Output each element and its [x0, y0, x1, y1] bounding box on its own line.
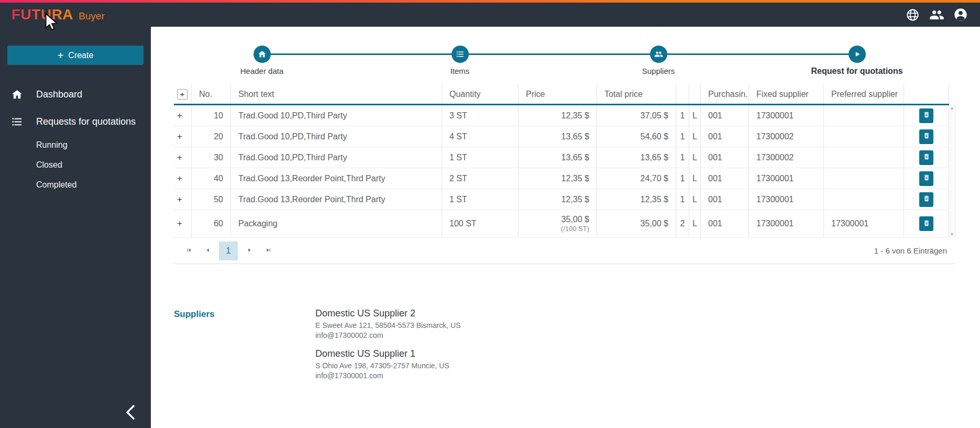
expand-row-button[interactable]: +	[177, 218, 182, 229]
supplier-name: Domestic US Supplier 1	[315, 348, 461, 359]
create-button-label: Create	[68, 51, 93, 60]
expand-row-button[interactable]: +	[177, 131, 182, 142]
first-page-icon	[185, 247, 192, 255]
cell-price: 12,35 $	[519, 168, 597, 189]
topbar: FUTURA Buyer	[0, 3, 980, 27]
cell-blank-1: 1	[676, 168, 689, 189]
cell-blank-2: L	[689, 189, 701, 210]
cell-short-text: Packaging	[231, 210, 442, 237]
sidebar-item-label: Dashboard	[36, 89, 82, 100]
sidebar-subitem-completed[interactable]: Completed	[0, 175, 151, 195]
delete-row-button[interactable]	[919, 150, 933, 165]
table-scrollbar[interactable]: ▲ ▼	[949, 105, 955, 238]
previous-page-button[interactable]	[200, 244, 215, 258]
home-icon	[254, 46, 271, 63]
expand-row-button[interactable]: +	[177, 194, 182, 205]
expand-row-button[interactable]: +	[177, 173, 182, 184]
table-row: + 10 Trad.Good 10,PD,Third Party 3 ST 12…	[174, 105, 949, 126]
delete-row-button[interactable]	[919, 216, 933, 231]
sidebar: + Create Dashboard Requests for quotatio…	[0, 27, 151, 428]
expand-row-button[interactable]: +	[177, 152, 182, 163]
play-icon	[849, 46, 866, 63]
cell-total-price: 13,65 $	[597, 147, 676, 168]
cell-quantity: 1 ST	[442, 147, 519, 168]
next-page-icon	[246, 247, 253, 255]
group-users-icon[interactable]	[929, 7, 944, 23]
supplier-name: Domestic US Supplier 2	[315, 308, 461, 319]
cell-fixed-supplier: 17300001	[749, 189, 824, 210]
language-globe-icon[interactable]	[905, 7, 920, 23]
sidebar-collapse-button[interactable]	[124, 403, 137, 423]
supplier-address: E Sweet Ave 121, 58504-5573 Bismarck, US	[315, 321, 461, 330]
supplier-address: S Ohio Ave 198, 47305-2757 Muncie, US	[315, 361, 461, 370]
last-page-button[interactable]	[261, 244, 276, 258]
sidebar-item-dashboard[interactable]: Dashboard	[0, 81, 151, 108]
first-page-button[interactable]	[181, 244, 196, 258]
trash-icon	[923, 195, 930, 204]
cell-no: 30	[192, 147, 231, 168]
step-request-for-quotations[interactable]: Request for quotations	[794, 46, 920, 76]
cell-preferred-supplier	[824, 168, 904, 189]
table-row: + 20 Trad.Good 10,PD,Third Party 4 ST 13…	[174, 126, 949, 147]
cell-price: 35,00 $ (/100 ST)	[561, 214, 589, 233]
table-row: + 40 Trad.Good 13,Reorder Point,Thrd Par…	[174, 168, 949, 189]
cell-blank-2: L	[689, 126, 701, 147]
cell-purchasing: 001	[701, 189, 749, 210]
cell-total-price: 37,05 $	[597, 105, 676, 126]
cell-total-price: 24,70 $	[597, 168, 676, 189]
cell-purchasing: 001	[701, 168, 749, 189]
cell-fixed-supplier: 17300001	[749, 210, 824, 237]
step-items[interactable]: Items	[397, 46, 523, 75]
step-label: Request for quotations	[811, 67, 902, 76]
expand-row-button[interactable]: +	[177, 111, 182, 121]
cell-quantity: 4 ST	[442, 126, 519, 147]
trash-icon	[923, 153, 930, 162]
expand-all-button[interactable]: +	[177, 89, 188, 100]
delete-row-button[interactable]	[919, 108, 933, 123]
price-value: 35,00 $	[561, 214, 589, 225]
sidebar-subitem-running[interactable]: Running	[0, 135, 151, 155]
next-page-button[interactable]	[242, 244, 257, 258]
brand-name: FUTURA	[12, 6, 73, 23]
cell-fixed-supplier: 17300001	[749, 168, 824, 189]
supplier-email: info@17300002.com	[315, 331, 461, 339]
cell-price: 12,35 $	[519, 105, 597, 126]
suppliers-section: Suppliers Domestic US Supplier 2 E Sweet…	[174, 308, 461, 381]
cell-purchasing: 001	[701, 147, 749, 168]
items-table: + No. Short text Quantity Price Total pr…	[174, 84, 955, 264]
delete-row-button[interactable]	[919, 171, 933, 186]
cell-no: 60	[192, 210, 231, 237]
cell-total-price: 35,00 $	[597, 210, 676, 237]
cell-blank-2: L	[689, 210, 701, 237]
cell-price: 13,65 $	[519, 126, 597, 147]
cell-blank-1: 1	[676, 189, 689, 210]
cell-blank-1: 1	[676, 147, 689, 168]
step-suppliers[interactable]: Suppliers	[596, 46, 721, 75]
create-button[interactable]: + Create	[7, 46, 144, 65]
trash-icon	[923, 220, 930, 228]
delete-row-button[interactable]	[919, 192, 933, 207]
column-header-quantity: Quantity	[442, 84, 519, 104]
supplier-email: info@17300001.com	[315, 371, 461, 380]
cell-total-price: 54,60 $	[597, 126, 676, 147]
cell-quantity: 1 ST	[442, 189, 519, 210]
sidebar-item-label: Requests for quotations	[36, 116, 136, 127]
column-header-fixed-supplier: Fixed supplier	[749, 84, 824, 104]
cell-blank-1: 1	[676, 105, 689, 126]
cell-short-text: Trad.Good 10,PD,Third Party	[231, 147, 442, 168]
column-header-purchasing: Purchasin...	[701, 84, 749, 104]
cell-quantity: 100 ST	[442, 210, 519, 237]
table-row: + 30 Trad.Good 10,PD,Third Party 1 ST 13…	[174, 147, 949, 168]
home-icon	[10, 88, 23, 101]
scroll-up-icon[interactable]: ▲	[950, 106, 954, 111]
account-icon[interactable]	[953, 7, 968, 23]
step-header-data[interactable]: Header data	[199, 46, 325, 75]
current-page-button[interactable]: 1	[219, 242, 238, 260]
sidebar-item-requests-for-quotations[interactable]: Requests for quotations	[0, 108, 151, 135]
cell-preferred-supplier	[824, 189, 904, 210]
plus-icon: +	[58, 50, 64, 61]
delete-row-button[interactable]	[919, 129, 933, 144]
scroll-down-icon[interactable]: ▼	[950, 233, 954, 237]
cell-preferred-supplier	[824, 105, 904, 126]
sidebar-subitem-closed[interactable]: Closed	[0, 155, 151, 175]
